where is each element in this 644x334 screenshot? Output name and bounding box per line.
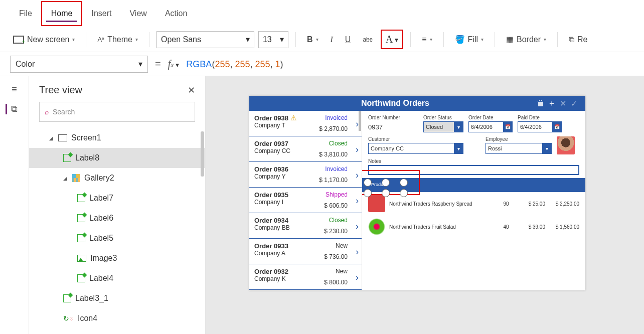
tree-item-image3[interactable]: Image3 [29, 248, 205, 268]
border-icon: ▦ [506, 35, 514, 44]
border-button[interactable]: ▦ Border ▾ [502, 33, 550, 46]
customer-select[interactable]: Company CC [368, 143, 463, 154]
property-select[interactable]: Color ▾ [10, 56, 148, 73]
scrollbar[interactable] [201, 131, 204, 177]
tree-item-label: Image3 [90, 254, 117, 263]
theme-button[interactable]: Aᵃ Theme ▾ [93, 33, 141, 46]
italic-button[interactable]: I [327, 33, 337, 46]
tab-action[interactable]: Action [156, 2, 196, 25]
order-item[interactable]: Order 0932Company KNew$ 800.00› [249, 264, 362, 290]
theme-label: Theme [107, 35, 132, 44]
order-item[interactable]: Order 0936Company YInvoiced$ 1,170.00› [249, 162, 362, 188]
chevron-down-icon: ▾ [138, 59, 142, 69]
tree-item-label7[interactable]: Label7 [29, 188, 205, 208]
icon-icon: ↻♡ [63, 314, 74, 322]
workspace: ≡ ⧉ Tree view ✕ ⌕ Search ◢Screen1 Label8… [0, 76, 644, 334]
tree-item-label5[interactable]: Label5 [29, 228, 205, 248]
order-price: $ 736.00 [324, 253, 348, 260]
close-icon[interactable]: ✕ [188, 85, 195, 96]
plus-icon[interactable]: ＋ [546, 98, 557, 109]
tree-item-icon4[interactable]: ↻♡Icon4 [29, 308, 205, 328]
label-icon [63, 154, 71, 162]
tree-item-label: Label3_1 [75, 294, 108, 303]
design-canvas[interactable]: Northwind Orders 🗑 ＋ ✕ ✓ Order 0938⚠Comp… [206, 76, 644, 334]
collapse-icon[interactable]: ◢ [63, 176, 68, 181]
paint-bucket-icon: 🪣 [455, 35, 465, 44]
fx-arg: 255 [215, 59, 230, 69]
reorder-button[interactable]: ⧉ Re [565, 33, 591, 46]
label-icon [63, 294, 71, 302]
line-item[interactable]: Northwind Traders Fruit Salad 40 $ 39.00… [368, 215, 579, 238]
collapse-icon[interactable]: ◢ [49, 135, 54, 141]
formula-input[interactable]: RGBA(255, 255, 255, 1) [186, 59, 283, 70]
order-item[interactable]: Order 0933Company ANew$ 736.00› [249, 239, 362, 264]
tree-item-gallery2[interactable]: ◢Gallery2 [29, 168, 205, 188]
new-screen-button[interactable]: + New screen ▾ [9, 33, 79, 46]
order-id: Order 0933 [254, 242, 288, 250]
chevron-down-icon: ▾ [430, 37, 432, 42]
order-item[interactable]: Order 0935Company IShipped$ 606.50› [249, 188, 362, 213]
tree-item-label6[interactable]: Label6 [29, 208, 205, 228]
align-button[interactable]: ≡▾ [418, 33, 436, 46]
formula-bar: Color ▾ = fx ▾ RGBA(255, 255, 255, 1) [0, 52, 644, 76]
ribbon-tabs: File Home Insert View Action [0, 0, 644, 27]
order-status-select[interactable]: Closed [423, 121, 463, 132]
order-date-input[interactable]: 6/4/2006 [468, 121, 513, 132]
paid-date-input[interactable]: 6/4/2006 [518, 121, 562, 132]
tree-view-icon[interactable]: ⧉ [6, 104, 18, 114]
order-id: Order 0938 [254, 114, 288, 122]
tree-item-screen1[interactable]: ◢Screen1 [29, 128, 205, 148]
field-label: Order Status [423, 115, 463, 120]
order-id: Order 0937 [254, 140, 288, 147]
product-header-label[interactable]: Product [371, 182, 387, 187]
order-item[interactable]: Order 0934Company BBClosed$ 230.00› [249, 213, 362, 239]
separator [295, 32, 296, 47]
underline-button[interactable]: U [341, 33, 355, 46]
equals-label: = [155, 58, 161, 70]
fx-button[interactable]: fx ▾ [168, 58, 180, 70]
tab-home[interactable]: Home [41, 1, 83, 26]
tree-item-label3-1[interactable]: Label3_1 [29, 288, 205, 308]
gallery-icon [72, 174, 80, 182]
employee-select[interactable]: Rossi [486, 143, 552, 154]
fill-button[interactable]: 🪣 Fill ▾ [451, 33, 488, 46]
order-item[interactable]: Order 0937Company CCClosed$ 3,810.00› [249, 136, 362, 162]
trash-icon[interactable]: 🗑 [535, 99, 546, 108]
chevron-down-icon: ▾ [481, 37, 484, 42]
order-id: Order 0935 [254, 191, 288, 199]
resize-handle[interactable] [400, 189, 408, 197]
font-name-select[interactable]: Open Sans ▾ [156, 31, 254, 48]
hamburger-icon[interactable]: ≡ [12, 84, 17, 95]
tab-file[interactable]: File [10, 2, 41, 25]
tab-view[interactable]: View [120, 2, 155, 25]
order-id: Order 0934 [254, 217, 288, 224]
order-item[interactable]: Order 0938⚠Company TInvoiced$ 2,870.00› [249, 111, 362, 136]
product-total: $ 2,250.00 [549, 201, 579, 207]
product-unit-price: $ 39.00 [520, 224, 545, 230]
field-label: Customer [368, 136, 463, 142]
resize-handle[interactable] [364, 179, 372, 187]
tree-view-title: Tree view [39, 84, 82, 96]
search-input[interactable]: ⌕ Search [39, 102, 195, 122]
font-name-value: Open Sans [161, 35, 201, 44]
tree-item-label4[interactable]: Label4 [29, 268, 205, 288]
font-color-button[interactable]: A ▾ [381, 30, 403, 49]
close-icon[interactable]: ✕ [557, 99, 568, 108]
font-size-select[interactable]: 13 ▾ [258, 31, 288, 48]
tree-item-label: Label7 [89, 194, 113, 203]
new-screen-label: New screen [27, 35, 69, 44]
check-icon[interactable]: ✓ [568, 99, 579, 108]
resize-handle[interactable] [400, 179, 408, 187]
strikethrough-button[interactable]: abc [359, 34, 376, 45]
separator [443, 32, 444, 47]
tree-view-panel: Tree view ✕ ⌕ Search ◢Screen1 Label8 ◢Ga… [29, 76, 206, 334]
bold-button[interactable]: B▾ [303, 33, 323, 46]
tree-item-label8[interactable]: Label8 [29, 148, 205, 168]
tree-list: ◢Screen1 Label8 ◢Gallery2 Label7 Label6 … [29, 128, 205, 330]
reorder-icon: ⧉ [569, 35, 574, 44]
orders-list: Order 0938⚠Company TInvoiced$ 2,870.00› … [249, 111, 362, 290]
tab-insert[interactable]: Insert [82, 2, 120, 25]
resize-handle[interactable] [382, 189, 390, 197]
resize-handle[interactable] [364, 189, 372, 197]
product-qty: 40 [496, 224, 516, 230]
